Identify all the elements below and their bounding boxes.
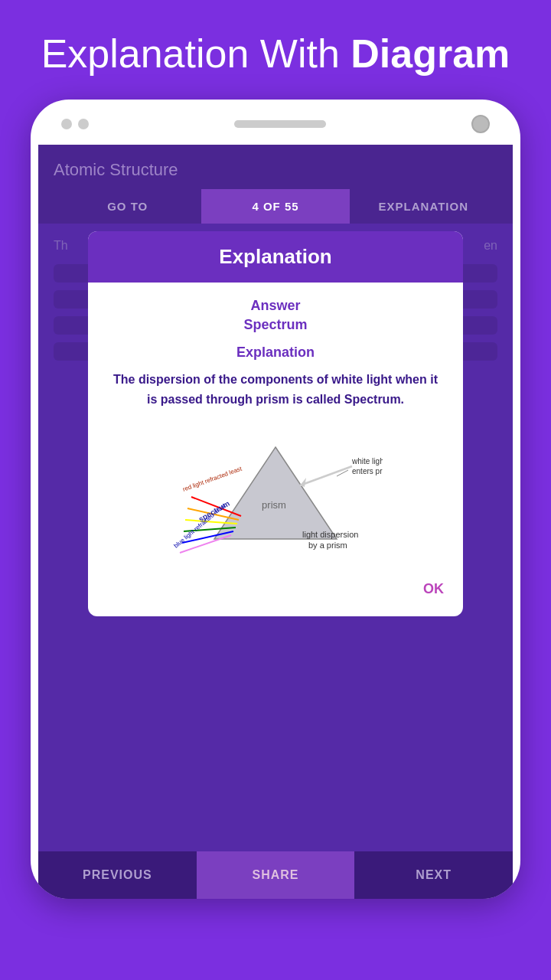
- svg-marker-0: [214, 447, 337, 539]
- phone-top-bar: [38, 115, 513, 145]
- answer-value: Spectrum: [107, 317, 444, 333]
- ok-button-container: OK: [107, 577, 444, 601]
- phone-dots: [61, 119, 89, 129]
- tab-page-count[interactable]: 4 OF 55: [201, 189, 349, 224]
- svg-text:white light: white light: [351, 457, 383, 466]
- previous-button[interactable]: PREVIOUS: [38, 851, 197, 899]
- modal-body: Answer Spectrum Explanation The dispersi…: [88, 283, 463, 616]
- svg-text:enters prism: enters prism: [352, 467, 383, 475]
- screen-content: Th en Explanation Answer: [38, 224, 513, 851]
- explanation-modal: Explanation Answer Spectrum Explanation …: [88, 231, 463, 616]
- ok-button[interactable]: OK: [423, 581, 444, 597]
- share-button[interactable]: SHARE: [197, 851, 355, 899]
- header-text-normal: Explanation With: [41, 31, 351, 76]
- modal-title: Explanation: [102, 245, 449, 269]
- next-button[interactable]: NEXT: [354, 851, 513, 899]
- svg-text:by a prism: by a prism: [308, 541, 347, 550]
- tab-explanation[interactable]: EXPLANATION: [350, 189, 497, 224]
- app-header: Atomic Structure GO TO 4 OF 55 EXPLANATI…: [38, 145, 513, 224]
- tab-goto[interactable]: GO TO: [54, 189, 201, 224]
- prism-diagram: prism white light enters prism: [107, 424, 444, 562]
- svg-line-2: [300, 466, 352, 485]
- svg-text:prism: prism: [262, 499, 286, 511]
- bottom-nav: PREVIOUS SHARE NEXT: [38, 851, 513, 899]
- answer-label: Answer: [107, 298, 444, 314]
- svg-text:red light refracted least: red light refracted least: [182, 466, 243, 494]
- explanation-label: Explanation: [107, 345, 444, 361]
- explanation-text: The dispersion of the components of whit…: [107, 370, 444, 409]
- app-title: Atomic Structure: [54, 160, 497, 189]
- phone-mockup: Atomic Structure GO TO 4 OF 55 EXPLANATI…: [31, 100, 520, 899]
- phone-screen: Atomic Structure GO TO 4 OF 55 EXPLANATI…: [38, 145, 513, 899]
- modal-header: Explanation: [88, 231, 463, 283]
- svg-text:light dispersion: light dispersion: [302, 530, 358, 539]
- app-tabs: GO TO 4 OF 55 EXPLANATION: [54, 189, 497, 224]
- page-header: Explanation With Diagram: [0, 0, 551, 100]
- header-text-bold: Diagram: [350, 31, 510, 76]
- modal-overlay: Explanation Answer Spectrum Explanation …: [38, 224, 513, 851]
- phone-dot-2: [78, 119, 89, 129]
- svg-text:blue light refracted most: blue light refracted most: [173, 501, 228, 549]
- phone-speaker: [234, 120, 326, 128]
- phone-camera: [471, 115, 490, 133]
- phone-dot-1: [61, 119, 72, 129]
- svg-marker-4: [300, 478, 306, 487]
